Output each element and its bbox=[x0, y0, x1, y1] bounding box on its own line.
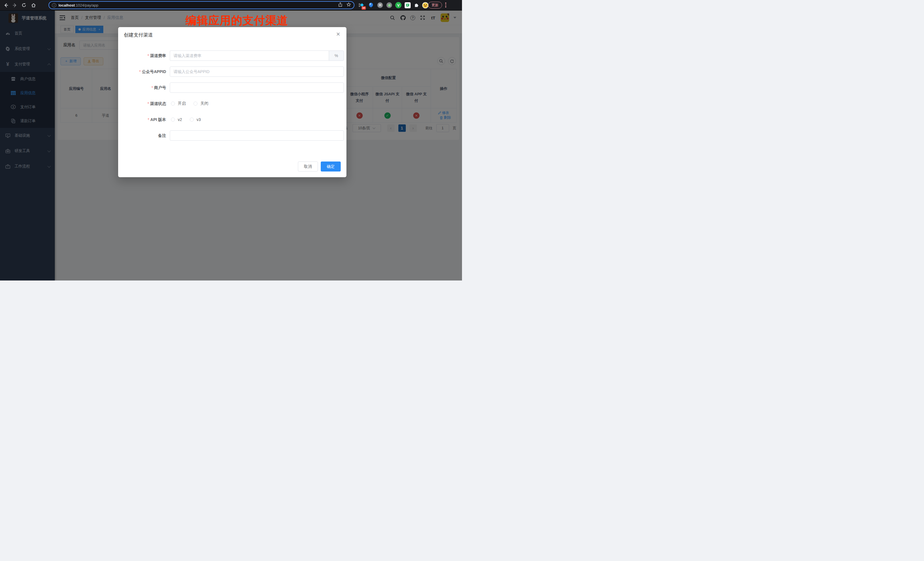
extension-command-icon[interactable]: ⌘ bbox=[376, 2, 384, 9]
radio-status-open[interactable]: 开启 bbox=[171, 101, 186, 106]
radio-status-closed[interactable]: 关闭 bbox=[194, 101, 208, 106]
api-version-label: API 版本 bbox=[118, 114, 166, 125]
confirm-button[interactable]: 确定 bbox=[321, 162, 341, 171]
radio-circle-icon bbox=[171, 102, 175, 106]
rate-label: 渠道费率 bbox=[118, 51, 166, 61]
extension-dot-icon[interactable] bbox=[386, 2, 393, 9]
browser-home-icon[interactable] bbox=[30, 2, 37, 9]
browser-back-icon[interactable] bbox=[3, 2, 9, 9]
merchant-input[interactable] bbox=[170, 82, 344, 93]
rate-input[interactable] bbox=[170, 51, 329, 61]
extension-balloon-icon[interactable] bbox=[368, 2, 374, 9]
browser-reload-icon[interactable] bbox=[21, 2, 27, 9]
radio-circle-icon bbox=[171, 118, 175, 122]
share-icon[interactable] bbox=[338, 2, 342, 8]
browser-update-button[interactable]: 更新 bbox=[428, 2, 442, 9]
address-bar[interactable]: i localhost:1024/pay/app bbox=[48, 1, 354, 9]
cancel-button[interactable]: 取消 bbox=[298, 162, 318, 171]
profile-avatar-emoji[interactable] bbox=[422, 2, 429, 9]
extension-chat-icon[interactable] bbox=[404, 2, 411, 9]
remark-input[interactable] bbox=[170, 130, 344, 141]
radio-api-v3[interactable]: v3 bbox=[190, 117, 201, 122]
channel-status-label: 渠道状态 bbox=[118, 99, 166, 109]
merchant-label: 商户号 bbox=[118, 82, 166, 93]
site-info-icon[interactable]: i bbox=[52, 3, 56, 8]
extension-v-icon[interactable]: V bbox=[395, 2, 402, 9]
annotation-text: 编辑应用的支付渠道 bbox=[186, 13, 288, 28]
appid-label: 公众号APPID bbox=[118, 66, 166, 77]
extension-diamond-icon[interactable]: 10 bbox=[357, 2, 364, 9]
create-channel-dialog: 创建支付渠道 ✕ 渠道费率 % 公众号APPID 商户号 渠道状态 开启 关闭 … bbox=[118, 27, 346, 177]
browser-forward-icon[interactable] bbox=[11, 2, 18, 9]
url-text: localhost:1024/pay/app bbox=[58, 3, 98, 8]
browser-toolbar: i localhost:1024/pay/app 10 ⌘ V 更新 bbox=[0, 0, 462, 10]
dialog-title: 创建支付渠道 bbox=[124, 32, 153, 38]
appid-input[interactable] bbox=[170, 66, 344, 77]
percent-suffix: % bbox=[329, 51, 344, 61]
extensions-puzzle-icon[interactable] bbox=[413, 2, 420, 9]
remark-label: 备注 bbox=[118, 130, 166, 141]
extension-badge: 10 bbox=[362, 6, 366, 10]
browser-menu-icon[interactable] bbox=[444, 2, 447, 8]
dialog-close-icon[interactable]: ✕ bbox=[335, 31, 341, 38]
radio-circle-icon bbox=[194, 102, 198, 106]
radio-api-v2[interactable]: v2 bbox=[171, 117, 182, 122]
bookmark-star-icon[interactable] bbox=[346, 2, 351, 8]
radio-circle-icon bbox=[190, 118, 194, 122]
